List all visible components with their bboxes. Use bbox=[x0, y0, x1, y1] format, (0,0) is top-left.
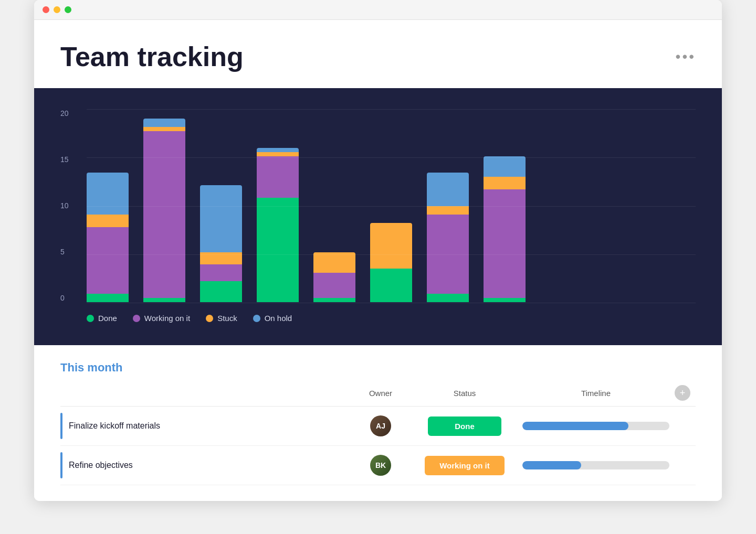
task-border-2 bbox=[60, 452, 62, 478]
status-badge-2[interactable]: Working on it bbox=[425, 456, 505, 475]
timeline-fill-1 bbox=[522, 422, 628, 430]
close-button[interactable] bbox=[43, 6, 49, 13]
timeline-cell-2 bbox=[517, 461, 675, 469]
chart-legend: Done Working on it Stuck On hold bbox=[60, 314, 696, 323]
bar-group-7 bbox=[484, 109, 526, 302]
legend-dot-done bbox=[87, 315, 94, 322]
page-header: Team tracking ••• bbox=[34, 20, 722, 88]
owner-cell-1: AJ bbox=[349, 415, 412, 436]
bar-group-0 bbox=[87, 109, 129, 302]
bars-wrapper bbox=[87, 109, 696, 303]
bar-segment-working bbox=[484, 189, 526, 298]
bar-segment-done bbox=[427, 294, 469, 302]
task-cell-1: Finalize kickoff materials bbox=[60, 413, 349, 439]
legend-done: Done bbox=[87, 314, 117, 323]
bar-stack-5 bbox=[370, 223, 412, 302]
bar-segment-working bbox=[143, 131, 185, 298]
bar-segment-working bbox=[257, 156, 299, 198]
bar-segment-on_hold bbox=[200, 185, 242, 252]
col-header-status: Status bbox=[412, 389, 517, 398]
bar-segment-on_hold bbox=[87, 173, 129, 215]
timeline-bar-2 bbox=[522, 461, 669, 469]
bar-stack-6 bbox=[427, 173, 469, 302]
bar-segment-stuck bbox=[370, 223, 412, 269]
chart-area: 0 5 10 15 20 bbox=[60, 109, 696, 303]
bar-stack-4 bbox=[313, 252, 355, 302]
bar-segment-working bbox=[200, 264, 242, 281]
avatar-1: AJ bbox=[370, 415, 391, 436]
main-window: Team tracking ••• 0 5 10 15 20 bbox=[34, 0, 722, 501]
bar-segment-done bbox=[313, 298, 355, 302]
bar-stack-7 bbox=[484, 156, 526, 302]
bar-segment-stuck bbox=[87, 215, 129, 227]
timeline-fill-2 bbox=[522, 461, 581, 469]
legend-dot-on-hold bbox=[253, 315, 260, 322]
chart-section: 0 5 10 15 20 bbox=[34, 88, 722, 345]
add-column-button[interactable]: + bbox=[675, 385, 690, 401]
legend-stuck: Stuck bbox=[206, 314, 237, 323]
y-axis: 0 5 10 15 20 bbox=[60, 109, 69, 303]
bar-group-4 bbox=[313, 109, 355, 302]
legend-label-working: Working on it bbox=[144, 314, 190, 323]
col-header-owner: Owner bbox=[349, 389, 412, 398]
bar-segment-on_hold bbox=[143, 119, 185, 127]
legend-working: Working on it bbox=[133, 314, 190, 323]
status-cell-2: Working on it bbox=[412, 456, 517, 475]
bar-segment-done bbox=[87, 294, 129, 302]
bar-stack-1 bbox=[143, 119, 185, 302]
bar-stack-3 bbox=[257, 148, 299, 302]
bar-segment-done bbox=[484, 298, 526, 302]
bar-group-2 bbox=[200, 109, 242, 302]
y-label-20: 20 bbox=[60, 109, 69, 118]
legend-label-stuck: Stuck bbox=[217, 314, 237, 323]
bar-segment-working bbox=[313, 273, 355, 298]
chart-container: 0 5 10 15 20 bbox=[60, 109, 696, 329]
bar-segment-stuck bbox=[484, 177, 526, 189]
bar-segment-done bbox=[143, 298, 185, 302]
bar-group-3 bbox=[257, 109, 299, 302]
section-label: This month bbox=[60, 361, 696, 375]
legend-label-on-hold: On hold bbox=[265, 314, 292, 323]
y-label-10: 10 bbox=[60, 201, 69, 210]
status-cell-1: Done bbox=[412, 416, 517, 436]
bar-segment-on_hold bbox=[257, 148, 299, 152]
table-section: This month Owner Status Timeline + Final… bbox=[34, 345, 722, 501]
bar-segment-done bbox=[257, 198, 299, 302]
table-row: Finalize kickoff materials AJ Done bbox=[60, 407, 696, 446]
timeline-bar-1 bbox=[522, 422, 669, 430]
y-label-15: 15 bbox=[60, 155, 69, 164]
bar-segment-stuck bbox=[200, 252, 242, 265]
bar-segment-stuck bbox=[257, 152, 299, 156]
legend-dot-stuck bbox=[206, 315, 213, 322]
bar-segment-stuck bbox=[427, 206, 469, 215]
task-cell-2: Refine objectives bbox=[60, 452, 349, 478]
table-row: Refine objectives BK Working on it bbox=[60, 446, 696, 485]
title-bar bbox=[34, 0, 722, 20]
bar-group-5 bbox=[370, 109, 412, 302]
bar-segment-working bbox=[427, 215, 469, 294]
y-label-0: 0 bbox=[60, 294, 69, 302]
more-options-button[interactable]: ••• bbox=[676, 48, 696, 65]
col-header-timeline: Timeline bbox=[517, 389, 675, 398]
task-name-1: Finalize kickoff materials bbox=[69, 421, 160, 431]
bar-stack-0 bbox=[87, 173, 129, 302]
minimize-button[interactable] bbox=[54, 6, 60, 13]
page-title: Team tracking bbox=[60, 41, 244, 72]
status-badge-1[interactable]: Done bbox=[428, 416, 501, 436]
legend-dot-working bbox=[133, 315, 140, 322]
legend-label-done: Done bbox=[98, 314, 117, 323]
table-header: Owner Status Timeline + bbox=[60, 385, 696, 407]
maximize-button[interactable] bbox=[65, 6, 71, 13]
bar-stack-2 bbox=[200, 185, 242, 302]
bar-segment-stuck bbox=[143, 127, 185, 131]
bar-segment-stuck bbox=[313, 252, 355, 273]
task-border-1 bbox=[60, 413, 62, 439]
owner-cell-2: BK bbox=[349, 455, 412, 476]
bar-group-6 bbox=[427, 109, 469, 302]
legend-on-hold: On hold bbox=[253, 314, 292, 323]
timeline-cell-1 bbox=[517, 422, 675, 430]
y-label-5: 5 bbox=[60, 248, 69, 256]
bar-segment-on_hold bbox=[484, 156, 526, 177]
bar-segment-done bbox=[370, 269, 412, 302]
avatar-2: BK bbox=[370, 455, 391, 476]
